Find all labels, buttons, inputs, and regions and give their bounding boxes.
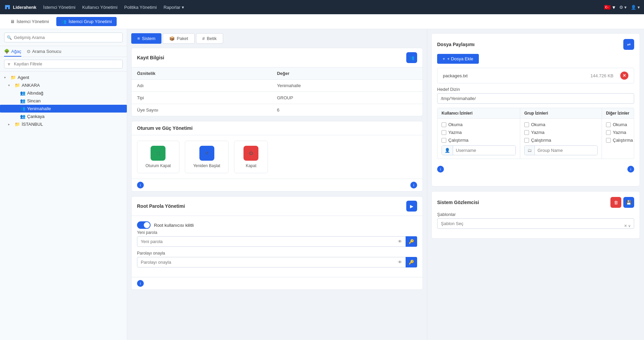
oturum-footer: i i (132, 179, 423, 191)
attr-uye: Üye Sayısı (132, 104, 272, 116)
diger-izinler-body: Okuma Yazma Çalıştırma (602, 119, 634, 146)
nav-raporlar[interactable]: Raporlar ▾ (163, 5, 184, 10)
root-parola-title: Root Parola Yönetimi (137, 203, 185, 209)
info-icon-left[interactable]: i (137, 182, 144, 188)
istemci-grup-yonetimi-btn[interactable]: 👥 İstemci Grup Yönetimi (56, 17, 117, 26)
kullanici-okuma-checkbox[interactable] (442, 122, 446, 127)
root-form: Root kullanıcısı kilitli Yeni parola 👁 🔑 (132, 216, 423, 277)
istemci-yonetimi-btn[interactable]: 🖥 İstemci Yönetimi (5, 17, 54, 26)
info-icon-right[interactable]: i (410, 182, 417, 188)
kayit-bilgisi-header: Kayıt Bilgisi 👥 (132, 48, 423, 67)
root-toggle-label: Root kullanıcısı kilitli (154, 223, 194, 228)
grup-calistirma-checkbox[interactable] (524, 138, 529, 143)
generate-confirm-btn[interactable]: 🔑 (406, 257, 417, 267)
app-logo[interactable]: Liderahenk (4, 4, 36, 11)
tree-item-sincan[interactable]: ▾ 👥 Sincan (0, 97, 127, 105)
col-oznitelik: Öznitelik (132, 67, 272, 80)
tab-sistem[interactable]: ≡ Sistem (131, 33, 161, 44)
kullanici-calistirma-item: Çalıştırma (442, 138, 516, 143)
info-icon-right-dp[interactable]: i (627, 166, 634, 173)
groupname-input[interactable] (535, 146, 597, 155)
nav-kullanici-yonetimi[interactable]: Kullanıcı Yönetimi (82, 5, 118, 10)
kayit-bilgisi-action-btn[interactable]: 👥 (406, 52, 417, 63)
kayit-info-table: Öznitelik Değer Adı Yenimahalle Tipi (132, 67, 423, 116)
chevron-icon: ▸ (8, 122, 13, 126)
val-adi: Yenimahalle (272, 80, 423, 92)
username-input[interactable] (453, 146, 515, 155)
settings-nav-btn[interactable]: ⚙ ▾ (619, 5, 627, 10)
root-toggle-wrap: Root kullanıcısı kilitli (137, 221, 417, 229)
show-confirm-btn[interactable]: 👁 (394, 257, 406, 267)
center-panel: ≡ Sistem 📦 Paket # Betik Kayıt Bilgisi � (127, 29, 427, 340)
grup-okuma-checkbox[interactable] (524, 122, 529, 127)
permissions-grid: Kullanıcı İzinleri Okuma Yazma (437, 108, 634, 159)
oturum-kapat-btn[interactable]: ⬚ Oturum Kapat (137, 141, 179, 173)
tab-betik[interactable]: # Betik (196, 33, 223, 44)
tree-item-yenimahalle[interactable]: ▾ 👥 Yenimahalle (0, 105, 127, 113)
tab-paket[interactable]: 📦 Paket (163, 33, 194, 44)
kullanici-yazma-checkbox[interactable] (442, 130, 446, 135)
info-icon-root[interactable]: i (137, 280, 144, 287)
nav-politika-yonetimi[interactable]: Politika Yönetimi (124, 5, 157, 10)
diger-izinler-header: Diğer İzinler (602, 108, 634, 119)
grup-calistirma-label: Çalıştırma (531, 138, 551, 143)
remove-file-btn[interactable]: ✕ (620, 72, 628, 80)
content-area: ≡ Sistem 📦 Paket # Betik Kayıt Bilgisi � (127, 29, 644, 340)
yeniden-baslat-btn[interactable]: ↺ Yeniden Başlat (185, 141, 229, 173)
generate-password-btn[interactable]: 🔑 (406, 236, 417, 247)
kullanici-okuma-label: Okuma (448, 122, 463, 127)
right-panel: Dosya Paylaşımı ⇌ + + Dosya Ekle package… (427, 29, 644, 340)
kullanici-calistirma-checkbox[interactable] (442, 138, 446, 143)
info-icon-left-dp[interactable]: i (437, 166, 444, 173)
diger-okuma-checkbox[interactable] (606, 122, 611, 127)
tree-item-agent[interactable]: ▾ 📁 Agent (0, 74, 127, 81)
tab-arama-sonucu[interactable]: ⊙ Arama Sonucu (27, 49, 61, 57)
kapat-btn[interactable]: ⏻ Kapat (234, 141, 268, 173)
grup-okuma-label: Okuma (531, 122, 545, 127)
gozlemci-delete-btn[interactable]: 🗑 (610, 197, 621, 208)
diger-calistirma-checkbox[interactable] (606, 138, 611, 143)
sub-navigation: 🖥 İstemci Yönetimi 👥 İstemci Grup Yöneti… (0, 14, 644, 29)
diger-yazma-label: Yazma (613, 130, 626, 135)
diger-yazma-checkbox[interactable] (606, 130, 611, 135)
group-icon: 👥 (20, 114, 25, 119)
hedef-dizin-input[interactable] (437, 93, 634, 104)
save-icon: 💾 (626, 200, 631, 205)
file-row: packages.txt 144.726 KB ✕ (437, 68, 634, 83)
play-icon: ▶ (410, 204, 413, 209)
folder-icon: 📁 (15, 122, 20, 127)
search-input[interactable] (4, 33, 123, 42)
show-password-btn[interactable]: 👁 (394, 236, 406, 247)
sistem-gozlemcisi-section: Sistem Gözlemcisi 🗑 💾 Şablonlar (431, 191, 640, 239)
root-toggle[interactable] (137, 221, 151, 229)
group-icon: 👥 (61, 19, 66, 24)
hedef-dizin-label: Hedef Dizin (437, 87, 634, 92)
language-flag[interactable]: 🇹🇷 ▾ (604, 4, 615, 11)
logout-icon-circle: ⬚ (151, 146, 165, 161)
root-parola-action-btn[interactable]: ▶ (406, 201, 417, 212)
power-icon: ⏻ (249, 151, 253, 156)
grup-yazma-checkbox[interactable] (524, 130, 529, 135)
dosya-paylasimi-action-btn[interactable]: ⇌ (623, 39, 634, 50)
user-nav-btn[interactable]: 👤 ▾ (631, 5, 640, 10)
tree-item-cankaya[interactable]: ▾ 👥 Çankaya (0, 113, 127, 120)
add-file-btn[interactable]: + + Dosya Ekle (437, 54, 479, 64)
tree-item-istanbul[interactable]: ▸ 📁 İSTANBUL (0, 120, 127, 128)
attr-tipi: Tipi (132, 92, 272, 104)
nav-istemci-yonetimi[interactable]: İstemci Yönetimi (43, 5, 75, 10)
restart-icon: ↺ (205, 151, 209, 156)
sablon-select[interactable] (437, 218, 634, 229)
tab-agac[interactable]: 🌳 Ağaç (4, 49, 21, 57)
confirm-password-input[interactable] (137, 257, 417, 267)
tree-item-ankara[interactable]: ▾ 📁 ANKARA (0, 81, 127, 89)
tree-item-altindag[interactable]: ▾ 👥 Altındağ (0, 89, 127, 97)
root-parola-header: Root Parola Yönetimi ▶ (132, 197, 423, 216)
confirm-password-actions: 👁 🔑 (394, 257, 417, 267)
restart-icon-circle: ↺ (199, 146, 214, 161)
filter-input[interactable] (4, 60, 123, 68)
new-password-wrap: 👁 🔑 (137, 236, 417, 247)
gozlemci-save-btn[interactable]: 💾 (623, 197, 634, 208)
kullanici-izinleri-header: Kullanıcı İzinleri (437, 108, 520, 119)
new-password-input[interactable] (137, 236, 417, 247)
sidebar: 🔍 🌳 Ağaç ⊙ Arama Sonucu ▼ ▾ 📁 (0, 29, 127, 340)
